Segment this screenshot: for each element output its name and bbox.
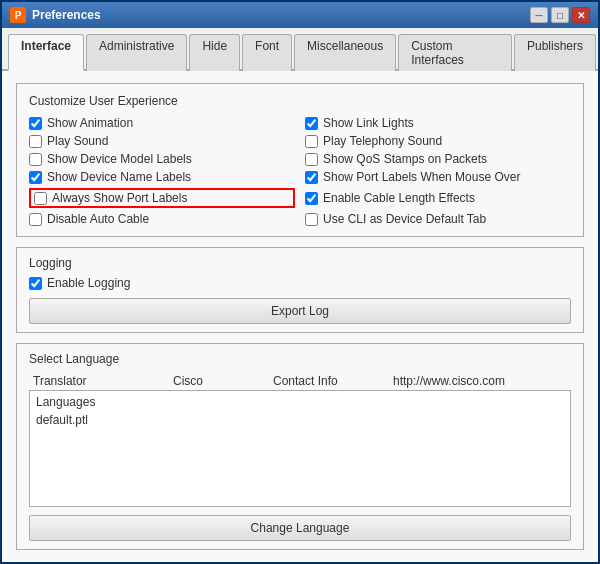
tab-hide[interactable]: Hide bbox=[189, 34, 240, 71]
tab-miscellaneous[interactable]: Miscellaneous bbox=[294, 34, 396, 71]
title-bar: P Preferences ─ □ ✕ bbox=[2, 2, 598, 28]
language-section: Select Language Translator Cisco Contact… bbox=[16, 343, 584, 550]
lang-header-url: http://www.cisco.com bbox=[393, 374, 567, 388]
main-content: Customize User Experience Show Animation… bbox=[2, 71, 598, 562]
always-show-port-checkbox[interactable] bbox=[34, 192, 47, 205]
play-telephony-item: Play Telephony Sound bbox=[305, 134, 571, 148]
use-cli-label: Use CLI as Device Default Tab bbox=[323, 212, 486, 226]
enable-cable-checkbox[interactable] bbox=[305, 192, 318, 205]
tabs-bar: Interface Administrative Hide Font Misce… bbox=[2, 28, 598, 71]
tab-font[interactable]: Font bbox=[242, 34, 292, 71]
customize-section: Customize User Experience Show Animation… bbox=[16, 83, 584, 237]
show-device-name-item: Show Device Name Labels bbox=[29, 170, 295, 184]
tab-publishers[interactable]: Publishers bbox=[514, 34, 596, 71]
language-item-default[interactable]: default.ptl bbox=[32, 411, 568, 429]
lang-header-translator: Translator bbox=[33, 374, 173, 388]
use-cli-checkbox[interactable] bbox=[305, 213, 318, 226]
language-list[interactable]: Languages default.ptl bbox=[29, 390, 571, 507]
show-animation-item: Show Animation bbox=[29, 116, 295, 130]
enable-logging-label: Enable Logging bbox=[47, 276, 130, 290]
maximize-button[interactable]: □ bbox=[551, 7, 569, 23]
enable-cable-label: Enable Cable Length Effects bbox=[323, 191, 475, 205]
window-icon: P bbox=[10, 7, 26, 23]
show-device-name-checkbox[interactable] bbox=[29, 171, 42, 184]
show-qos-checkbox[interactable] bbox=[305, 153, 318, 166]
play-telephony-checkbox[interactable] bbox=[305, 135, 318, 148]
show-device-model-item: Show Device Model Labels bbox=[29, 152, 295, 166]
language-header: Translator Cisco Contact Info http://www… bbox=[29, 372, 571, 390]
show-port-labels-item: Show Port Labels When Mouse Over bbox=[305, 170, 571, 184]
window-title: Preferences bbox=[32, 8, 101, 22]
always-show-port-item: Always Show Port Labels bbox=[29, 188, 295, 208]
logging-title: Logging bbox=[29, 256, 571, 270]
show-qos-label: Show QoS Stamps on Packets bbox=[323, 152, 487, 166]
language-title: Select Language bbox=[29, 352, 571, 366]
show-device-model-checkbox[interactable] bbox=[29, 153, 42, 166]
lang-header-cisco: Cisco bbox=[173, 374, 273, 388]
show-device-model-label: Show Device Model Labels bbox=[47, 152, 192, 166]
show-animation-label: Show Animation bbox=[47, 116, 133, 130]
language-item-languages[interactable]: Languages bbox=[32, 393, 568, 411]
checkbox-grid: Show Animation Show Link Lights Play Sou… bbox=[29, 116, 571, 226]
title-bar-left: P Preferences bbox=[10, 7, 101, 23]
logging-section: Logging Enable Logging Export Log bbox=[16, 247, 584, 333]
change-language-button[interactable]: Change Language bbox=[29, 515, 571, 541]
enable-logging-item: Enable Logging bbox=[29, 276, 571, 290]
always-show-port-label: Always Show Port Labels bbox=[52, 191, 187, 205]
show-animation-checkbox[interactable] bbox=[29, 117, 42, 130]
minimize-button[interactable]: ─ bbox=[530, 7, 548, 23]
enable-logging-checkbox[interactable] bbox=[29, 277, 42, 290]
tab-interface[interactable]: Interface bbox=[8, 34, 84, 71]
show-link-lights-label: Show Link Lights bbox=[323, 116, 414, 130]
show-port-labels-label: Show Port Labels When Mouse Over bbox=[323, 170, 520, 184]
preferences-window: P Preferences ─ □ ✕ Interface Administra… bbox=[0, 0, 600, 564]
lang-header-contact: Contact Info bbox=[273, 374, 393, 388]
show-device-name-label: Show Device Name Labels bbox=[47, 170, 191, 184]
play-sound-label: Play Sound bbox=[47, 134, 108, 148]
disable-auto-cable-label: Disable Auto Cable bbox=[47, 212, 149, 226]
use-cli-item: Use CLI as Device Default Tab bbox=[305, 212, 571, 226]
show-qos-item: Show QoS Stamps on Packets bbox=[305, 152, 571, 166]
play-sound-checkbox[interactable] bbox=[29, 135, 42, 148]
show-link-lights-item: Show Link Lights bbox=[305, 116, 571, 130]
tab-custom-interfaces[interactable]: Custom Interfaces bbox=[398, 34, 512, 71]
play-telephony-label: Play Telephony Sound bbox=[323, 134, 442, 148]
disable-auto-cable-checkbox[interactable] bbox=[29, 213, 42, 226]
tab-administrative[interactable]: Administrative bbox=[86, 34, 187, 71]
export-log-button[interactable]: Export Log bbox=[29, 298, 571, 324]
show-port-labels-checkbox[interactable] bbox=[305, 171, 318, 184]
enable-cable-item: Enable Cable Length Effects bbox=[305, 188, 571, 208]
customize-title: Customize User Experience bbox=[29, 94, 571, 108]
title-buttons: ─ □ ✕ bbox=[530, 7, 590, 23]
play-sound-item: Play Sound bbox=[29, 134, 295, 148]
close-button[interactable]: ✕ bbox=[572, 7, 590, 23]
show-link-lights-checkbox[interactable] bbox=[305, 117, 318, 130]
disable-auto-cable-item: Disable Auto Cable bbox=[29, 212, 295, 226]
